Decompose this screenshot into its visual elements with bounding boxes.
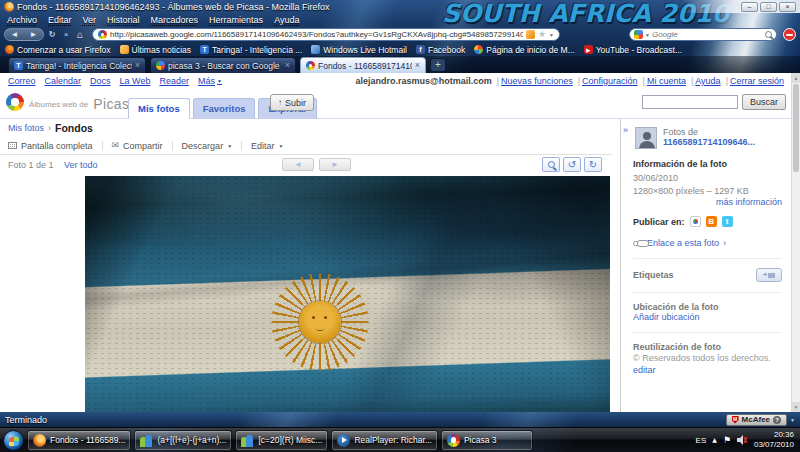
gbar-nuevas-funciones[interactable]: Nuevas funciones [495, 76, 573, 86]
web-search-input[interactable] [652, 30, 763, 39]
taskbar-picasa[interactable]: Picasa 3 [441, 430, 533, 451]
view-all-link[interactable]: Ver todo [64, 160, 98, 170]
show-hidden-icons[interactable]: ▲ [712, 437, 717, 443]
tab-mis-fotos[interactable]: Mis fotos [128, 98, 190, 119]
zoom-button[interactable] [542, 157, 560, 172]
add-location-link[interactable]: Añadir ubicación [633, 312, 700, 322]
bookmark-noticias[interactable]: Últimas noticias [120, 45, 192, 55]
breadcrumb-mis-fotos[interactable]: Mis fotos [8, 123, 44, 133]
tab-google-search[interactable]: picasa 3 - Buscar con Google × [150, 57, 296, 73]
page-scrollbar[interactable]: ▲ ▼ [791, 73, 800, 412]
search-button[interactable]: Buscar [742, 94, 786, 110]
buzz-icon[interactable] [690, 216, 701, 227]
photo-argentina-flag[interactable] [85, 176, 610, 412]
bookmark-facebook[interactable]: Facebook [416, 45, 465, 55]
back-button[interactable]: ◄ [9, 31, 21, 39]
previous-photo-button[interactable]: ◄ [282, 158, 314, 171]
action-center-flag-icon[interactable]: ⚑ [723, 436, 731, 445]
mcafee-dropdown-caret-icon[interactable]: ▼ [790, 417, 795, 423]
stop-button[interactable]: × [60, 31, 72, 39]
add-tag-button[interactable]: + [756, 268, 782, 282]
sun-face [299, 301, 341, 343]
url-bar[interactable]: http://picasaweb.google.com/116658917141… [92, 28, 560, 41]
tab-taringa[interactable]: T Taringa! - Inteligencia Colectiva × [8, 57, 146, 73]
gbar-ayuda[interactable]: Ayuda [689, 76, 721, 86]
menu-ver[interactable]: Ver [83, 15, 97, 25]
bookmark-label: Facebook [428, 45, 465, 55]
collapse-sidebar-icon[interactable]: » [623, 125, 628, 135]
menu-historial[interactable]: Historial [107, 15, 140, 25]
url-text[interactable]: http://picasaweb.google.com/116658917141… [110, 30, 523, 39]
close-button[interactable]: × [779, 2, 796, 12]
twitter-icon[interactable] [722, 216, 733, 227]
tab-close-icon[interactable]: × [415, 61, 420, 70]
owner-link[interactable]: 11665891714109646... [663, 137, 755, 147]
taskbar-realplayer[interactable]: RealPlayer: Richar... [331, 430, 437, 451]
menu-marcadores[interactable]: Marcadores [151, 15, 199, 25]
gbar-calendar[interactable]: Calendar [45, 76, 82, 86]
picasa-logo[interactable]: Álbumes web de Picasa ™ [6, 93, 148, 111]
gbar-correo[interactable]: Correo [8, 76, 36, 86]
tab-close-icon[interactable]: × [135, 61, 140, 70]
menu-ayuda[interactable]: Ayuda [274, 15, 299, 25]
forward-button[interactable]: ► [28, 31, 40, 39]
search-magnifier-icon[interactable] [765, 31, 772, 38]
rss-feed-icon[interactable] [526, 30, 535, 39]
scroll-down-icon[interactable]: ▼ [792, 402, 800, 412]
taskbar-clock[interactable]: 20:36 03/07/2010 [754, 430, 794, 449]
tab-favoritos[interactable]: Favoritos [193, 98, 256, 119]
tab-fondos-active[interactable]: Fondos - 1166589171410964624... × [300, 57, 426, 73]
bookmark-taringa[interactable]: Taringa! - Inteligencia ... [200, 45, 302, 55]
restore-button[interactable]: □ [760, 2, 777, 12]
more-info-link[interactable]: más información [633, 197, 782, 207]
edit-rights-link[interactable]: editar [633, 365, 656, 375]
web-search-box[interactable]: ▼ [629, 28, 777, 41]
gbar-configuracion[interactable]: Configuración [576, 76, 638, 86]
engine-dropdown-caret-icon[interactable]: ▼ [645, 32, 650, 38]
menu-editar[interactable]: Editar [48, 15, 72, 25]
volume-muted-icon[interactable] [737, 435, 748, 445]
gbar-docs[interactable]: Docs [90, 76, 111, 86]
link-to-photo[interactable]: Enlace a esta foto › [633, 238, 782, 248]
rotate-left-button[interactable]: ↺ [563, 157, 581, 172]
bookmark-star-icon[interactable]: ★ [538, 30, 546, 39]
gbar-cerrar-sesion[interactable]: Cerrar sesión [724, 76, 784, 86]
scroll-up-icon[interactable]: ▲ [792, 73, 800, 83]
minimize-button[interactable]: – [741, 2, 758, 12]
bookmark-comenzar[interactable]: Comenzar a usar Firefox [5, 45, 111, 55]
blogger-icon[interactable] [706, 216, 717, 227]
reload-button[interactable]: ↻ [46, 31, 58, 39]
next-photo-button[interactable]: ► [319, 158, 351, 171]
home-button[interactable]: ⌂ [74, 30, 86, 40]
gbar-more[interactable]: Más▼ [198, 76, 222, 86]
menu-archivo[interactable]: Archivo [7, 15, 37, 25]
upload-button[interactable]: ↑ Subir [270, 94, 314, 111]
url-dropdown-caret-icon[interactable]: ▼ [549, 32, 554, 38]
status-text: Terminado [5, 415, 47, 425]
share-button[interactable]: ✉Compartir [102, 141, 172, 151]
bookmark-messenger[interactable]: Página de inicio de M... [474, 45, 574, 55]
edit-menu-button[interactable]: Editar▼ [241, 141, 292, 151]
fullscreen-button[interactable]: Pantalla completa [8, 141, 102, 151]
gbar-reader[interactable]: Reader [159, 76, 189, 86]
tab-close-icon[interactable]: × [285, 61, 290, 70]
start-button[interactable] [3, 430, 24, 451]
avatar[interactable] [635, 127, 657, 149]
scrollbar-thumb[interactable] [793, 84, 799, 172]
taskbar-messenger-1[interactable]: (a+[(l+e)-(j+a+n)... [134, 430, 232, 451]
download-menu-button[interactable]: Descargar▼ [172, 141, 241, 151]
menu-herramientas[interactable]: Herramientas [209, 15, 263, 25]
rotate-right-button[interactable]: ↻ [584, 157, 602, 172]
gbar-laweb[interactable]: La Web [120, 76, 151, 86]
language-indicator[interactable]: ES [696, 436, 707, 445]
picasa-search-input[interactable] [642, 95, 738, 109]
taskbar-firefox-fondos[interactable]: Fondos - 1166589... [27, 430, 131, 451]
new-tab-button[interactable]: + [430, 58, 446, 72]
bookmark-hotmail[interactable]: Windows Live Hotmail [311, 45, 407, 55]
taskbar-messenger-2[interactable]: [c=20](R) Miisc... [235, 430, 328, 451]
mcafee-siteadvisor-button[interactable]: M McAfee ? [726, 414, 787, 426]
gbar-mi-cuenta[interactable]: Mi cuenta [641, 76, 686, 86]
google-engine-icon[interactable] [634, 30, 643, 39]
bookmark-youtube[interactable]: YouTube - Broadcast... [584, 45, 682, 55]
adblock-icon[interactable] [783, 28, 796, 41]
